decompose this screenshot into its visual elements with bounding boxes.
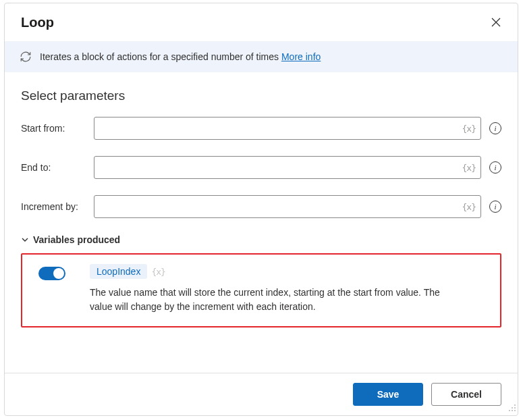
svg-point-0 bbox=[514, 404, 516, 406]
resize-grip-icon[interactable] bbox=[508, 403, 516, 414]
input-wrap-end-to: {x} bbox=[94, 156, 481, 179]
svg-point-1 bbox=[514, 407, 516, 409]
chevron-down-icon bbox=[21, 236, 29, 244]
loop-dialog: Loop Iterates a block of actions for a s… bbox=[4, 3, 518, 416]
end-to-input[interactable] bbox=[94, 156, 481, 179]
variable-picker-icon[interactable]: {x} bbox=[462, 202, 476, 212]
more-info-link[interactable]: More info bbox=[281, 51, 321, 62]
info-banner: Iterates a block of actions for a specif… bbox=[5, 41, 518, 72]
row-start-from: Start from: {x} i bbox=[21, 117, 501, 140]
info-icon[interactable]: i bbox=[489, 161, 501, 174]
row-increment: Increment by: {x} i bbox=[21, 195, 501, 218]
start-from-input[interactable] bbox=[94, 117, 481, 140]
input-wrap-increment: {x} bbox=[94, 195, 481, 218]
variables-produced-toggle[interactable]: Variables produced bbox=[21, 234, 501, 245]
label-start-from: Start from: bbox=[21, 123, 94, 134]
input-wrap-start-from: {x} bbox=[94, 117, 481, 140]
variable-body: LoopIndex {x} The value name that will s… bbox=[90, 264, 488, 314]
svg-point-4 bbox=[512, 410, 513, 411]
dialog-header: Loop bbox=[5, 3, 518, 41]
variables-highlight-box: LoopIndex {x} The value name that will s… bbox=[21, 253, 501, 327]
row-end-to: End to: {x} i bbox=[21, 156, 501, 179]
dialog-title: Loop bbox=[21, 15, 54, 30]
close-icon bbox=[491, 18, 501, 27]
variable-name-chip[interactable]: LoopIndex bbox=[90, 264, 147, 279]
label-end-to: End to: bbox=[21, 162, 94, 173]
variable-picker-icon[interactable]: {x} bbox=[462, 163, 476, 173]
info-icon[interactable]: i bbox=[489, 122, 501, 134]
info-icon[interactable]: i bbox=[489, 201, 501, 213]
variable-name-row: LoopIndex {x} bbox=[90, 264, 488, 279]
dialog-content: Select parameters Start from: {x} i End … bbox=[5, 72, 518, 373]
variable-picker-icon[interactable]: {x} bbox=[462, 124, 476, 134]
variables-produced-label: Variables produced bbox=[33, 234, 120, 245]
label-increment: Increment by: bbox=[21, 201, 94, 212]
banner-text: Iterates a block of actions for a specif… bbox=[40, 51, 321, 62]
save-button[interactable]: Save bbox=[353, 383, 423, 406]
section-heading: Select parameters bbox=[21, 88, 501, 103]
cancel-button[interactable]: Cancel bbox=[431, 383, 501, 406]
svg-point-3 bbox=[514, 410, 516, 411]
variable-icon: {x} bbox=[151, 267, 165, 277]
variable-output-toggle[interactable] bbox=[38, 267, 65, 280]
dialog-footer: Save Cancel bbox=[5, 373, 518, 415]
svg-point-5 bbox=[509, 410, 510, 411]
close-button[interactable] bbox=[488, 14, 504, 30]
increment-input[interactable] bbox=[94, 195, 481, 218]
toggle-knob bbox=[53, 268, 64, 279]
loop-icon bbox=[20, 51, 32, 63]
variable-description: The value name that will store the curre… bbox=[90, 286, 454, 314]
svg-point-2 bbox=[512, 407, 513, 409]
